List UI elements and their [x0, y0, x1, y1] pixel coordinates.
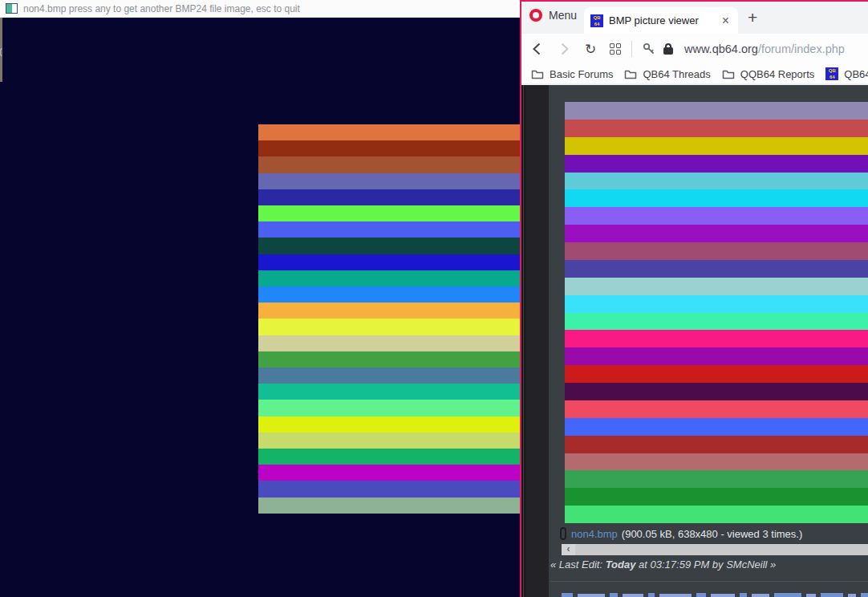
bookmark-basic-forums[interactable]: Basic Forums	[531, 68, 613, 80]
image-stripe	[565, 278, 868, 295]
key-icon[interactable]	[642, 42, 656, 56]
toolbar-separator	[631, 41, 632, 57]
image-stripe	[258, 497, 520, 514]
horizontal-scrollbar[interactable]: ‹	[562, 544, 868, 555]
tab-bmp-picture-viewer[interactable]: QB64 BMP picture viewer ×	[584, 7, 738, 34]
back-icon[interactable]	[529, 41, 546, 57]
image-stripe	[258, 140, 520, 156]
image-stripe	[565, 242, 868, 260]
bookmark-label: Basic Forums	[550, 68, 613, 80]
qb64-favicon: QB64	[825, 67, 838, 80]
image-stripe	[565, 453, 868, 471]
image-stripe	[565, 330, 868, 347]
image-stripe	[565, 225, 868, 242]
bmp-image-left	[258, 124, 520, 514]
image-stripe	[258, 416, 520, 433]
bookmark-label: QB64 Threads	[643, 68, 710, 80]
bookmark-qqb64-reports[interactable]: QQB64 Reports	[722, 68, 815, 80]
image-stripe	[565, 470, 868, 488]
image-stripe	[565, 173, 868, 190]
bookmark-label: QB64.org Fo	[844, 68, 868, 80]
bookmark-qb64-org-forum[interactable]: QB64 QB64.org Fo	[825, 67, 868, 80]
image-file-icon	[6, 3, 18, 14]
image-stripe	[258, 124, 520, 140]
last-edit-date: Today	[606, 558, 636, 571]
image-stripe	[565, 488, 868, 506]
url-host: www.qb64.org	[684, 43, 758, 55]
forward-icon[interactable]	[556, 41, 572, 57]
tab-close-icon[interactable]: ×	[720, 14, 732, 28]
address-toolbar: ↻ www.qb64.org/forum/index.php	[521, 34, 868, 64]
image-stripe	[565, 155, 868, 173]
image-stripe	[258, 221, 520, 238]
bookmark-label: QQB64 Reports	[740, 68, 815, 80]
image-stripe	[258, 351, 520, 368]
image-stripe	[258, 449, 520, 465]
opera-menu-button[interactable]: Menu	[529, 9, 577, 22]
attachment-details: (900.05 kB, 638x480 - viewed 3 times.)	[622, 528, 802, 540]
page-body-background	[526, 85, 549, 597]
bookmark-qb64-threads[interactable]: QB64 Threads	[624, 68, 710, 80]
image-stripe	[565, 120, 868, 137]
image-stripe	[258, 205, 520, 221]
image-stripe	[565, 189, 868, 207]
image-stripe	[258, 189, 520, 205]
qb64-image-viewer-window: non4.bmp press any to get another BMP24 …	[0, 0, 520, 597]
folder-icon	[531, 69, 544, 79]
stray-glyph: (	[0, 47, 2, 56]
image-stripe	[565, 102, 868, 120]
bmp-image-attachment[interactable]	[565, 102, 868, 523]
scrollbar-thumb[interactable]	[575, 544, 868, 555]
opera-logo-icon	[529, 9, 542, 22]
last-edit-line: « Last Edit: Today at 03:17:59 PM by SMc…	[550, 558, 776, 571]
desktop-screenshot: non4.bmp press any to get another BMP24 …	[0, 0, 868, 597]
address-url[interactable]: www.qb64.org/forum/index.php	[684, 43, 845, 55]
folder-icon	[624, 69, 637, 79]
clipped-text-row	[562, 591, 868, 597]
image-stripe	[565, 506, 868, 523]
reload-icon[interactable]: ↻	[582, 41, 598, 57]
opera-browser-window: Menu QB64 BMP picture viewer × + ↻	[520, 0, 868, 597]
attachment-link[interactable]: non4.bmp	[571, 528, 618, 540]
scroll-left-arrow-icon[interactable]: ‹	[562, 544, 575, 555]
new-tab-button[interactable]: +	[748, 8, 757, 27]
qb64-window-titlebar[interactable]: non4.bmp press any to get another BMP24 …	[0, 0, 520, 18]
qb64-favicon: QB64	[590, 14, 603, 27]
image-stripe	[565, 436, 868, 453]
image-stripe	[258, 173, 520, 189]
folder-icon	[722, 69, 735, 79]
speed-dial-icon[interactable]	[610, 43, 621, 55]
image-stripe	[565, 137, 868, 155]
image-stripe	[565, 365, 868, 383]
post-divider	[550, 581, 868, 582]
image-stripe	[258, 303, 520, 319]
tab-bar: Menu QB64 BMP picture viewer × +	[521, 2, 868, 34]
image-stripe	[565, 347, 868, 365]
image-stripe	[565, 400, 868, 418]
image-stripe	[258, 335, 520, 351]
forum-page-content: non4.bmp (900.05 kB, 638x480 - viewed 3 …	[521, 85, 868, 597]
image-stripe	[258, 465, 520, 481]
tab-title: BMP picture viewer	[609, 14, 720, 26]
image-stripe	[565, 313, 868, 331]
image-stripe	[565, 295, 868, 313]
image-stripe	[258, 156, 520, 173]
image-stripe	[258, 400, 520, 416]
bookmarks-bar: Basic Forums QB64 Threads QQB64 Reports …	[521, 64, 868, 85]
qb64-canvas: (	[0, 18, 520, 597]
image-stripe	[258, 238, 520, 254]
image-stripe	[258, 481, 520, 497]
attachment-row: non4.bmp (900.05 kB, 638x480 - viewed 3 …	[549, 523, 868, 544]
image-stripe	[258, 270, 520, 286]
image-stripe	[258, 384, 520, 400]
menu-label: Menu	[549, 9, 577, 22]
paperclip-icon	[560, 527, 566, 540]
image-stripe	[565, 383, 868, 400]
image-stripe	[258, 368, 520, 384]
image-stripe	[565, 207, 868, 225]
image-stripe	[565, 260, 868, 278]
image-stripe	[565, 418, 868, 436]
lock-icon[interactable]	[663, 43, 673, 55]
url-path: /forum/index.php	[758, 43, 845, 55]
image-stripe	[258, 433, 520, 449]
